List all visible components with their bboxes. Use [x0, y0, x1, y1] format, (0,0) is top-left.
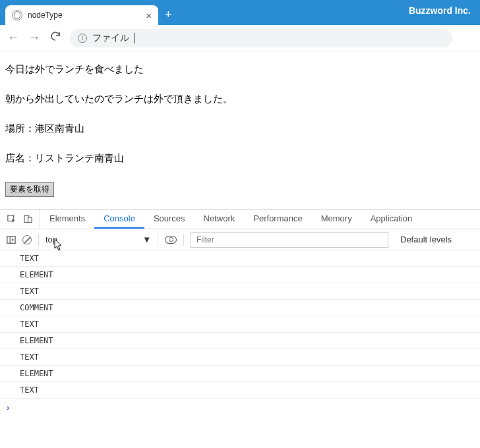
tab-title: nodeType [28, 11, 140, 20]
console-log-list: TEXTELEMENTTEXTCOMMENTTEXTELEMENTTEXTELE… [0, 250, 480, 399]
reload-button[interactable] [49, 30, 62, 45]
brand-name: Buzzword Inc. [409, 5, 471, 16]
console-log-row: TEXT [0, 250, 480, 267]
console-log-row: TEXT [0, 349, 480, 366]
page-content: 今日は外でランチを食べました 朝から外出していたのでランチは外で頂きました。 場… [0, 51, 480, 209]
chevron-down-icon: ▼ [142, 235, 151, 244]
devtools-panel: Elements Console Sources Network Perform… [0, 209, 480, 416]
tab-sources[interactable]: Sources [144, 210, 195, 229]
tab-performance[interactable]: Performance [244, 210, 311, 229]
tab-memory[interactable]: Memory [312, 210, 361, 229]
context-value: top [45, 235, 57, 244]
devtools-tabs: Elements Console Sources Network Perform… [40, 210, 421, 229]
clear-console-icon[interactable] [22, 235, 32, 244]
browser-toolbar: ← → i ファイル [0, 25, 480, 51]
page-heading: 今日は外でランチを食べました [5, 63, 475, 76]
get-elements-button[interactable]: 要素を取得 [5, 182, 54, 197]
page-text: 場所：港区南青山 [5, 123, 475, 135]
filter-input[interactable] [191, 232, 388, 248]
close-icon[interactable]: × [146, 11, 152, 20]
browser-title-bar: nodeType × + Buzzword Inc. [0, 0, 480, 25]
devtools-header-left [0, 210, 40, 229]
context-selector[interactable]: top ▼ [45, 235, 151, 244]
tab-network[interactable]: Network [195, 210, 245, 229]
page-text: 朝から外出していたのでランチは外で頂きました。 [5, 93, 475, 105]
inspect-icon[interactable] [7, 214, 16, 224]
tab-console[interactable]: Console [94, 210, 144, 229]
console-toolbar: top ▼ Default levels [0, 229, 480, 250]
console-log-row: TEXT [0, 283, 480, 300]
separator [183, 234, 184, 246]
log-levels[interactable]: Default levels [400, 235, 452, 244]
console-log-row: TEXT [0, 316, 480, 333]
text-cursor [135, 33, 135, 43]
reload-icon [49, 30, 61, 42]
globe-icon [12, 10, 22, 20]
svg-rect-2 [28, 217, 32, 223]
info-icon: i [78, 34, 87, 43]
console-log-row: TEXT [0, 382, 480, 399]
page-text: 店名：リストランテ南青山 [5, 152, 475, 165]
eye-icon[interactable] [165, 236, 177, 244]
sidebar-toggle-icon[interactable] [7, 235, 16, 244]
svg-marker-5 [12, 238, 15, 241]
browser-tab[interactable]: nodeType × [5, 5, 158, 25]
device-toggle-icon[interactable] [23, 214, 33, 224]
new-tab-button[interactable]: + [165, 8, 172, 22]
devtools-header: Elements Console Sources Network Perform… [0, 210, 480, 229]
forward-button[interactable]: → [28, 31, 41, 45]
tab-application[interactable]: Application [361, 210, 422, 229]
address-text: ファイル [92, 32, 129, 44]
console-log-row: ELEMENT [0, 366, 480, 382]
console-log-row: ELEMENT [0, 267, 480, 283]
console-prompt[interactable]: › [0, 399, 480, 416]
tab-elements[interactable]: Elements [40, 210, 94, 229]
console-log-row: COMMENT [0, 300, 480, 316]
back-button[interactable]: ← [7, 31, 20, 45]
separator [158, 234, 158, 246]
address-bar[interactable]: i ファイル [70, 29, 452, 47]
chevron-right-icon: › [7, 403, 9, 412]
separator [38, 234, 39, 246]
console-log-row: ELEMENT [0, 333, 480, 349]
